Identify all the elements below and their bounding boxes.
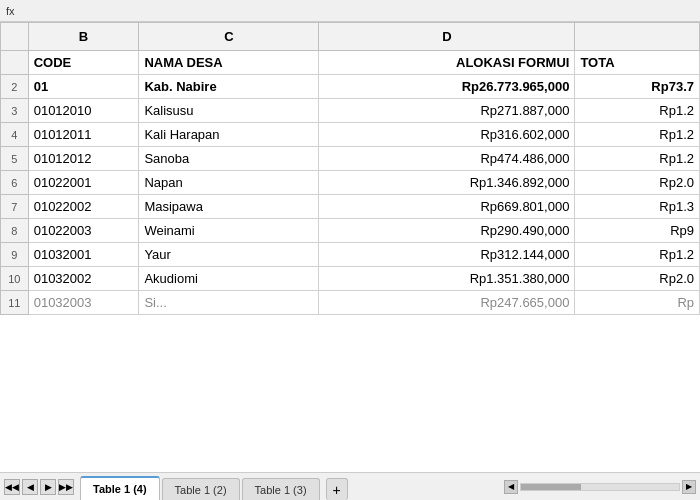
cell-c-8: Akudiomi — [139, 267, 319, 291]
tab-add-button[interactable]: + — [326, 478, 348, 500]
cell-b-1: 01012010 — [28, 99, 139, 123]
spreadsheet-area: B C D CODE NAMA DESA ALOKASI FORMUI TOTA — [0, 22, 700, 472]
table-row: 1101032003Si...Rp247.665,000Rp — [1, 291, 700, 315]
tab-scroll-right[interactable]: ▶▶ — [58, 479, 74, 495]
row-num-2: 4 — [1, 123, 29, 147]
row-num-header — [1, 51, 29, 75]
cell-c-2: Kali Harapan — [139, 123, 319, 147]
header-cell-nama-desa: NAMA DESA — [139, 51, 319, 75]
cell-e-7: Rp1.2 — [575, 243, 700, 267]
cell-d-8: Rp1.351.380,000 — [319, 267, 575, 291]
cell-b-2: 01012011 — [28, 123, 139, 147]
cell-c-3: Sanoba — [139, 147, 319, 171]
tab-scroll-next[interactable]: ▶ — [40, 479, 56, 495]
row-num-1: 3 — [1, 99, 29, 123]
cell-b-6: 01022003 — [28, 219, 139, 243]
table-row: 801022003WeinamiRp290.490,000Rp9 — [1, 219, 700, 243]
cell-c-9: Si... — [139, 291, 319, 315]
cell-d-9: Rp247.665,000 — [319, 291, 575, 315]
table-row: 1001032002AkudiomiRp1.351.380,000Rp2.0 — [1, 267, 700, 291]
top-bar: fx — [0, 0, 700, 22]
tab-scroll-prev[interactable]: ◀ — [22, 479, 38, 495]
hscroll-track[interactable] — [520, 483, 680, 491]
cell-d-2: Rp316.602,000 — [319, 123, 575, 147]
tabs-container: Table 1 (4)Table 1 (2)Table 1 (3)+ — [78, 473, 500, 500]
spreadsheet-table: B C D CODE NAMA DESA ALOKASI FORMUI TOTA — [0, 22, 700, 315]
row-num-4: 6 — [1, 171, 29, 195]
cell-c-0: Kab. Nabire — [139, 75, 319, 99]
col-header-B: B — [28, 23, 139, 51]
header-cell-alokasi: ALOKASI FORMUI — [319, 51, 575, 75]
row-num-9: 11 — [1, 291, 29, 315]
app-wrapper: fx B C D — [0, 0, 700, 500]
cell-e-5: Rp1.3 — [575, 195, 700, 219]
row-num-5: 7 — [1, 195, 29, 219]
cell-e-3: Rp1.2 — [575, 147, 700, 171]
tab-scroll-left[interactable]: ◀◀ — [4, 479, 20, 495]
table-row: 501012012SanobaRp474.486,000Rp1.2 — [1, 147, 700, 171]
cell-c-5: Masipawa — [139, 195, 319, 219]
table-wrapper: B C D CODE NAMA DESA ALOKASI FORMUI TOTA — [0, 22, 700, 472]
col-header-D: D — [319, 23, 575, 51]
cell-reference: fx — [6, 5, 15, 17]
column-header-row: B C D — [1, 23, 700, 51]
data-header-row: CODE NAMA DESA ALOKASI FORMUI TOTA — [1, 51, 700, 75]
cell-b-3: 01012012 — [28, 147, 139, 171]
cell-c-1: Kalisusu — [139, 99, 319, 123]
col-header-C: C — [139, 23, 319, 51]
row-num-3: 5 — [1, 147, 29, 171]
cell-d-5: Rp669.801,000 — [319, 195, 575, 219]
cell-e-8: Rp2.0 — [575, 267, 700, 291]
table-row: 201Kab. NabireRp26.773.965,000Rp73.7 — [1, 75, 700, 99]
cell-d-1: Rp271.887,000 — [319, 99, 575, 123]
header-cell-total: TOTA — [575, 51, 700, 75]
table-row: 301012010KalisusuRp271.887,000Rp1.2 — [1, 99, 700, 123]
cell-e-6: Rp9 — [575, 219, 700, 243]
row-num-7: 9 — [1, 243, 29, 267]
cell-d-0: Rp26.773.965,000 — [319, 75, 575, 99]
cell-d-3: Rp474.486,000 — [319, 147, 575, 171]
cell-b-0: 01 — [28, 75, 139, 99]
cell-d-7: Rp312.144,000 — [319, 243, 575, 267]
cell-c-6: Weinami — [139, 219, 319, 243]
cell-e-1: Rp1.2 — [575, 99, 700, 123]
col-header-E — [575, 23, 700, 51]
cell-d-6: Rp290.490,000 — [319, 219, 575, 243]
cell-e-4: Rp2.0 — [575, 171, 700, 195]
row-num-6: 8 — [1, 219, 29, 243]
hscroll-left-arrow[interactable]: ◀ — [504, 480, 518, 494]
header-cell-code: CODE — [28, 51, 139, 75]
cell-b-9: 01032003 — [28, 291, 139, 315]
table-row: 701022002MasipawaRp669.801,000Rp1.3 — [1, 195, 700, 219]
table-row: 401012011Kali HarapanRp316.602,000Rp1.2 — [1, 123, 700, 147]
bottom-bar: ◀◀ ◀ ▶ ▶▶ Table 1 (4)Table 1 (2)Table 1 … — [0, 472, 700, 500]
table-row: 901032001YaurRp312.144,000Rp1.2 — [1, 243, 700, 267]
tab-1[interactable]: Table 1 (2) — [162, 478, 240, 500]
hscroll-right-arrow[interactable]: ▶ — [682, 480, 696, 494]
tab-0[interactable]: Table 1 (4) — [80, 476, 160, 500]
tab-scroll-arrows: ◀◀ ◀ ▶ ▶▶ — [0, 473, 78, 500]
tab-2[interactable]: Table 1 (3) — [242, 478, 320, 500]
horizontal-scroll-area: ◀ ▶ — [500, 473, 700, 500]
cell-e-2: Rp1.2 — [575, 123, 700, 147]
cell-d-4: Rp1.346.892,000 — [319, 171, 575, 195]
col-header-rownum — [1, 23, 29, 51]
cell-e-0: Rp73.7 — [575, 75, 700, 99]
cell-b-8: 01032002 — [28, 267, 139, 291]
cell-b-7: 01032001 — [28, 243, 139, 267]
cell-b-4: 01022001 — [28, 171, 139, 195]
cell-c-4: Napan — [139, 171, 319, 195]
row-num-8: 10 — [1, 267, 29, 291]
cell-e-9: Rp — [575, 291, 700, 315]
cell-c-7: Yaur — [139, 243, 319, 267]
table-row: 601022001NapanRp1.346.892,000Rp2.0 — [1, 171, 700, 195]
cell-b-5: 01022002 — [28, 195, 139, 219]
hscroll-thumb — [521, 484, 581, 490]
row-num-0: 2 — [1, 75, 29, 99]
